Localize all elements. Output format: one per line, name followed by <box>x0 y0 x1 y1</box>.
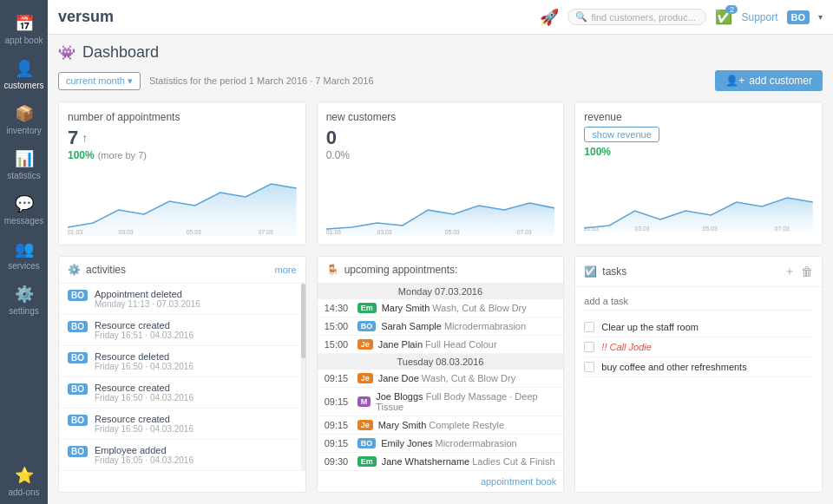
activity-avatar: BO <box>68 352 88 363</box>
sidebar-item-appt-book[interactable]: 📅 appt book <box>0 7 48 52</box>
period-button[interactable]: current month ▾ <box>58 72 141 90</box>
appt-desc: Jane Whatshername Ladies Cut & Finish <box>382 456 555 467</box>
search-icon: 🔍 <box>575 11 587 23</box>
activity-date: Friday 16:50 · 04.03.2016 <box>95 362 292 371</box>
activities-more-link[interactable]: more <box>275 265 297 275</box>
svg-text:05.03: 05.03 <box>444 229 459 235</box>
activity-avatar: BO <box>68 290 88 301</box>
appt-time: 15:00 <box>325 339 352 350</box>
task-checkbox[interactable] <box>584 362 594 372</box>
appt-badge: BO <box>357 321 377 331</box>
appt-desc: Mary Smith Wash, Cut & Blow Dry <box>382 303 527 313</box>
appt-desc: Jane Doe Wash, Cut & Blow Dry <box>378 373 516 383</box>
activities-title: activities <box>86 264 126 276</box>
support-link[interactable]: Support <box>741 11 777 23</box>
appt-time: 15:00 <box>325 321 352 331</box>
activities-header-left: ⚙️ activities <box>68 264 126 276</box>
tasks-title: tasks <box>602 265 626 278</box>
new-customers-card: new customers 0 0.0% 01.03 <box>317 101 565 245</box>
show-revenue-button[interactable]: show revenue <box>584 127 659 142</box>
user-avatar[interactable]: BO <box>787 10 810 24</box>
new-customers-chart: 01.03 03.03 05.03 07.03 <box>326 167 555 236</box>
sidebar: 📅 appt book 👤 customers 📦 inventory 📊 st… <box>0 0 48 504</box>
sidebar-item-inventory[interactable]: 📦 inventory <box>0 97 48 142</box>
appt-item: 15:00 BO Sarah Sample Microdermabrasion <box>318 317 564 336</box>
appt-item: 09:15 Je Jane Doe Wash, Cut & Blow Dry <box>318 370 564 388</box>
svg-text:07.03: 07.03 <box>516 229 531 235</box>
add-task-button[interactable]: ＋ <box>784 264 796 279</box>
activity-title: Resource created <box>95 320 292 331</box>
task-checkbox[interactable] <box>584 322 594 332</box>
appt-badge: Je <box>357 420 373 430</box>
appt-badge: Em <box>357 303 377 313</box>
appt-desc: Mary Smith Complete Restyle <box>378 420 505 430</box>
activity-content: Resource created Friday 16:50 · 04.03.20… <box>95 383 292 403</box>
revenue-percent: 100% <box>584 146 813 158</box>
new-customers-percent: 0.0% <box>326 149 555 161</box>
activity-avatar: BO <box>68 415 88 426</box>
appt-time: 14:30 <box>325 303 352 313</box>
activities-body: BO Appointment deleted Monday 11:13 · 07… <box>59 284 305 471</box>
sidebar-item-services[interactable]: 👥 services <box>0 232 48 278</box>
user-dropdown-arrow[interactable]: ▾ <box>818 12 823 22</box>
activity-item: BO Employee added Friday 16:05 · 04.03.2… <box>59 440 301 471</box>
stats-row: number of appointments 7 ↑ 100% (more by… <box>58 101 823 245</box>
appt-desc: Joe Bloggs Full Body Massage · Deep Tiss… <box>376 391 556 412</box>
task-item: !! Call Jodie <box>584 337 813 357</box>
appointments-card: number of appointments 7 ↑ 100% (more by… <box>58 101 306 245</box>
appt-book-link-area: appointment book <box>318 471 564 492</box>
task-list: Clear up the staff room !! Call Jodie bu… <box>575 287 822 383</box>
activity-date: Friday 16:50 · 04.03.2016 <box>95 424 292 434</box>
svg-text:03.03: 03.03 <box>635 226 650 232</box>
task-header-actions: ＋ 🗑 <box>784 264 813 279</box>
svg-text:01.03: 01.03 <box>584 226 599 232</box>
appointments-header-left: 🪑 upcoming appointments: <box>326 264 458 276</box>
svg-text:05.03: 05.03 <box>187 229 201 235</box>
sidebar-item-messages[interactable]: 💬 messages <box>0 187 48 232</box>
appointments-value: 7 ↑ <box>68 127 297 149</box>
activity-list: BO Appointment deleted Monday 11:13 · 07… <box>59 284 301 471</box>
appointment-book-link[interactable]: appointment book <box>481 476 556 487</box>
appt-time: 09:30 <box>325 456 352 467</box>
appt-day-tuesday: Tuesday 08.03.2016 <box>318 354 564 370</box>
activity-content: Resource deleted Friday 16:50 · 04.03.20… <box>95 351 292 371</box>
notifications-bell[interactable]: ✅ 2 <box>715 9 732 25</box>
sidebar-item-customers[interactable]: 👤 customers <box>0 52 48 97</box>
toolbar-left: current month ▾ Statistics for the perio… <box>58 72 374 90</box>
stats-period-text: Statistics for the period 1 March 2016 ·… <box>149 75 374 86</box>
add-task-input[interactable] <box>584 292 813 311</box>
inventory-icon: 📦 <box>15 104 34 123</box>
activity-content: Resource created Friday 16:50 · 04.03.20… <box>95 414 292 434</box>
scroll-thumb[interactable] <box>301 284 305 358</box>
header-actions: 🚀 🔍 find customers, produc... ✅ 2 Suppor… <box>540 8 823 27</box>
appt-item: 09:30 Em Jane Whatshername Ladies Cut & … <box>318 453 564 471</box>
revenue-title: revenue <box>584 111 813 123</box>
appt-desc: Emily Jones Microdermabrasion <box>381 438 517 448</box>
activities-icon: ⚙️ <box>68 264 81 276</box>
sidebar-item-add-ons[interactable]: ⭐ add-ons <box>0 459 48 504</box>
activity-title: Resource deleted <box>95 351 292 362</box>
scroll-track <box>301 284 305 471</box>
task-checkbox[interactable] <box>584 342 594 352</box>
add-customer-icon: 👤+ <box>725 75 744 87</box>
add-customer-button[interactable]: 👤+ add customer <box>715 70 823 91</box>
settings-icon: ⚙️ <box>15 285 34 304</box>
svg-text:05.03: 05.03 <box>703 226 718 232</box>
app-logo: versum <box>58 8 531 26</box>
notification-badge: 2 <box>725 5 738 14</box>
task-item: buy coffee and other refreshments <box>584 357 813 377</box>
activity-date: Friday 16:05 · 04.03.2016 <box>95 455 292 465</box>
statistics-icon: 📊 <box>15 149 34 168</box>
task-text: Clear up the staff room <box>601 322 699 332</box>
bottom-row: ⚙️ activities more BO Appointment delete… <box>58 256 823 493</box>
activity-content: Employee added Friday 16:05 · 04.03.2016 <box>95 445 292 465</box>
new-customers-value: 0 <box>326 127 555 149</box>
sidebar-item-statistics[interactable]: 📊 statistics <box>0 142 48 187</box>
revenue-chart: 01.03 03.03 05.03 07.03 <box>584 163 813 232</box>
svg-text:01.03: 01.03 <box>326 229 341 235</box>
delete-task-button[interactable]: 🗑 <box>801 264 813 279</box>
sidebar-item-settings[interactable]: ⚙️ settings <box>0 278 48 323</box>
appt-badge: M <box>357 396 371 407</box>
activity-item: BO Resource deleted Friday 16:50 · 04.03… <box>59 346 301 377</box>
search-box[interactable]: 🔍 find customers, produc... <box>567 9 706 25</box>
